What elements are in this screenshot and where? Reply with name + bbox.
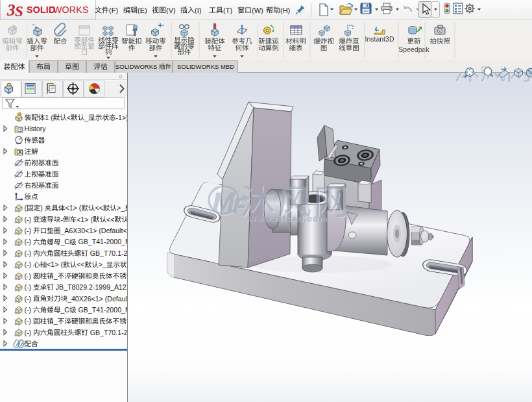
svg-text:<<: <<	[106, 216, 114, 223]
svg-text:): )	[40, 204, 43, 212]
svg-text:A: A	[18, 149, 22, 155]
svg-text:_C: _C	[60, 306, 69, 314]
svg-text:www.mfcad.com: www.mfcad.com	[248, 214, 328, 223]
svg-text:<<: <<	[77, 260, 84, 268]
svg-text:(I): (I)	[195, 6, 201, 14]
svg-text:(H): (H)	[280, 6, 290, 14]
svg-text:JB_T8029.2-1999_A12X1: JB_T8029.2-1999_A12X1	[56, 283, 135, 291]
svg-text:(-): (-)	[25, 317, 32, 325]
svg-text:GB_T41-2000_M6: GB_T41-2000_M6	[79, 238, 135, 245]
svg-text:S: S	[15, 3, 23, 19]
svg-text:(-): (-)	[25, 306, 32, 314]
svg-text:SOLIDWORKS MBD: SOLIDWORKS MBD	[177, 63, 234, 70]
svg-text:_: _	[84, 114, 89, 121]
svg-text:_: _	[53, 317, 58, 325]
svg-text:(: (	[25, 204, 27, 212]
svg-text:_40X26<1> (Default-: _40X26<1> (Default-	[67, 295, 132, 303]
svg-text:(-): (-)	[25, 295, 32, 303]
svg-text:(-): (-)	[25, 272, 32, 280]
svg-text:(-): (-)	[25, 283, 32, 291]
svg-text:<1> (: <1> (	[47, 260, 63, 268]
svg-text:>_: >_	[117, 204, 125, 212]
svg-text:<1> (: <1> (	[66, 204, 82, 212]
svg-text:_: _	[53, 272, 58, 280]
svg-text:Instant3D: Instant3D	[365, 35, 394, 43]
svg-text:(F): (F)	[109, 6, 118, 14]
svg-text:(E): (E)	[138, 6, 147, 14]
svg-text:SOLID: SOLID	[27, 5, 55, 15]
svg-text:>_: >_	[99, 260, 107, 268]
svg-text:(: (	[135, 317, 138, 325]
svg-text:(-): (-)	[25, 249, 32, 257]
svg-text:GB_T41-2000_M6: GB_T41-2000_M6	[79, 306, 135, 314]
svg-text:(T): (T)	[223, 6, 232, 14]
svg-text:SOLIDWORKS: SOLIDWORKS	[115, 63, 157, 70]
svg-text:GB_T70.1-200: GB_T70.1-200	[90, 329, 136, 336]
svg-text:(-): (-)	[25, 216, 32, 223]
svg-text:History: History	[25, 125, 47, 132]
svg-text:(V): (V)	[166, 6, 176, 14]
svg-text:(-): (-)	[25, 260, 32, 268]
svg-text:(-): (-)	[25, 329, 32, 336]
svg-text:WORKS: WORKS	[53, 5, 89, 15]
svg-text:3: 3	[6, 1, 16, 19]
svg-text:M: M	[213, 188, 236, 216]
svg-text:(W): (W)	[252, 6, 263, 14]
svg-text:<1> (: <1> (	[77, 216, 93, 223]
svg-text:_A6X30<1> (Default<<: _A6X30<1> (Default<<	[60, 227, 130, 234]
svg-text:<: <	[67, 114, 71, 121]
svg-text:GB_T70.1-200: GB_T70.1-200	[90, 249, 136, 257]
svg-text:1 (: 1 (	[45, 114, 53, 121]
svg-text:(-): (-)	[25, 238, 32, 245]
svg-text:_C: _C	[60, 238, 69, 245]
svg-text:-1>): -1>)	[116, 114, 128, 121]
svg-text:<<: <<	[95, 204, 103, 212]
svg-text:-: -	[60, 216, 63, 223]
svg-text:(-): (-)	[25, 227, 32, 234]
